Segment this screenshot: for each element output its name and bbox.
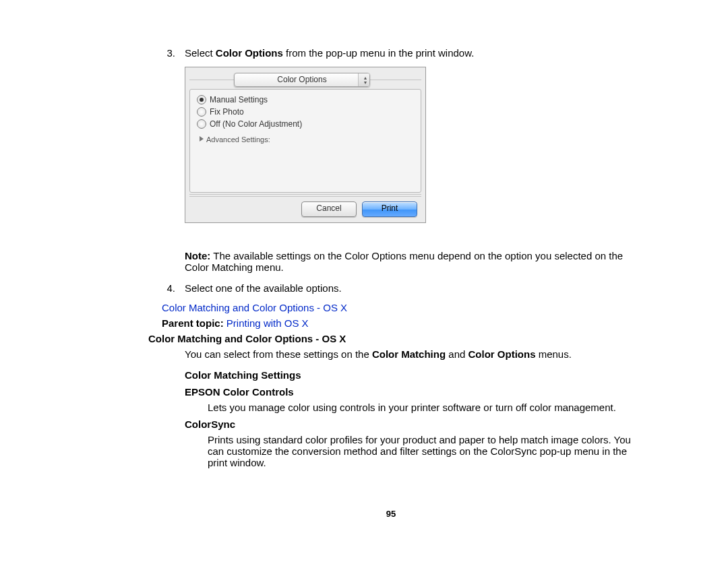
radio-label: Off (No Color Adjustment) xyxy=(210,119,302,129)
term-epson-color-controls: EPSON Color Controls xyxy=(185,386,634,398)
radio-icon xyxy=(197,119,206,129)
separator xyxy=(189,194,421,197)
step-number: 4. xyxy=(148,282,185,294)
step-text: Select Color Options from the pop-up men… xyxy=(185,47,634,59)
radio-fix-photo[interactable]: Fix Photo xyxy=(197,107,414,117)
text: from the pop-up menu in the print window… xyxy=(283,47,475,59)
chevron-updown-icon: ▴▾ xyxy=(364,75,367,85)
section-heading: Color Matching and Color Options - OS X xyxy=(148,333,634,344)
note-label: Note: xyxy=(185,250,210,261)
radio-icon xyxy=(197,107,206,117)
parent-topic-label: Parent topic: xyxy=(162,317,224,329)
text: You can select from these settings on th… xyxy=(185,348,372,360)
popup-label: Color Options xyxy=(277,75,326,84)
step-4: 4. Select one of the available options. xyxy=(148,282,634,294)
radio-label: Manual Settings xyxy=(210,95,268,104)
text: and xyxy=(446,348,468,360)
note-text: The available settings on the Color Opti… xyxy=(185,250,623,273)
button-bar: Cancel Print xyxy=(301,201,417,217)
text: Select xyxy=(185,47,216,59)
page-content: 3. Select Color Options from the pop-up … xyxy=(0,0,728,546)
text: menus. xyxy=(536,348,572,360)
subheading-color-matching-settings: Color Matching Settings xyxy=(185,369,634,381)
parent-topic-line: Parent topic: Printing with OS X xyxy=(162,317,634,329)
chevron-right-icon xyxy=(200,136,204,142)
link-parent-topic[interactable]: Printing with OS X xyxy=(224,317,309,329)
print-window: Color Options ▴▾ Manual Settings Fix Pho… xyxy=(185,67,426,223)
advanced-settings-disclosure[interactable]: Advanced Settings: xyxy=(200,135,414,144)
radio-icon xyxy=(197,95,206,104)
step-number: 3. xyxy=(148,47,185,59)
desc-epson-color-controls: Lets you manage color using controls in … xyxy=(208,402,634,413)
term-colorsync: ColorSync xyxy=(185,418,634,430)
desc-colorsync: Prints using standard color profiles for… xyxy=(208,434,634,468)
text-bold: Color Options xyxy=(468,348,536,360)
link-color-matching-options[interactable]: Color Matching and Color Options - OS X xyxy=(162,302,347,313)
radio-off[interactable]: Off (No Color Adjustment) xyxy=(197,119,414,129)
radio-manual-settings[interactable]: Manual Settings xyxy=(197,95,414,104)
popup-menu[interactable]: Color Options ▴▾ xyxy=(234,73,370,87)
print-button[interactable]: Print xyxy=(362,201,417,217)
radio-label: Fix Photo xyxy=(210,107,244,117)
text-bold: Color Options xyxy=(216,47,283,59)
page-number: 95 xyxy=(148,509,634,519)
screenshot-figure: Color Options ▴▾ Manual Settings Fix Pho… xyxy=(185,67,634,223)
options-panel: Manual Settings Fix Photo Off (No Color … xyxy=(189,89,421,193)
text-bold: Color Matching xyxy=(372,348,446,360)
step-3: 3. Select Color Options from the pop-up … xyxy=(148,47,634,59)
link-line: Color Matching and Color Options - OS X xyxy=(162,302,634,313)
cancel-button[interactable]: Cancel xyxy=(301,201,357,217)
note-paragraph: Note: The available settings on the Colo… xyxy=(185,250,634,273)
disclosure-label: Advanced Settings: xyxy=(206,135,270,144)
step-text: Select one of the available options. xyxy=(185,282,634,294)
intro-paragraph: You can select from these settings on th… xyxy=(185,348,634,360)
